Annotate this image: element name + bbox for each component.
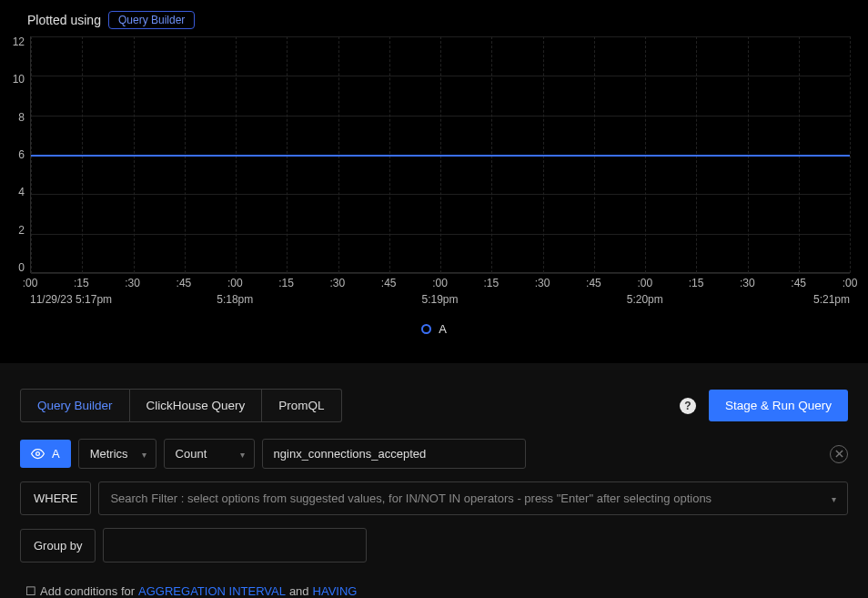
groupby-row: Group by: [20, 528, 848, 563]
where-placeholder: Search Filter : select options from sugg…: [110, 492, 712, 505]
x-tick-minor: :00: [432, 277, 448, 289]
series-line: [31, 155, 850, 157]
close-icon: [835, 450, 843, 458]
chart-plot-area: 121086420: [30, 36, 850, 273]
data-source-select[interactable]: Metrics ▾: [78, 439, 156, 469]
tab-row: Query Builder ClickHouse Query PromQL ? …: [20, 389, 848, 422]
x-tick-minor: :15: [689, 277, 704, 289]
chart-legend: A: [0, 309, 868, 345]
footnote: ☐ Add conditions for AGGREGATION INTERVA…: [20, 575, 848, 598]
x-tick-minor: :45: [177, 277, 192, 289]
tab-clickhouse-query[interactable]: ClickHouse Query: [130, 389, 263, 422]
y-axis: 121086420: [5, 36, 25, 273]
x-tick-minor: :00: [843, 277, 858, 289]
x-axis: :00:15:30:45:00:15:30:45:00:15:30:45:00:…: [30, 273, 850, 309]
having-link[interactable]: HAVING: [313, 584, 358, 598]
query-label-a: A: [52, 447, 60, 461]
chevron-down-icon: ▾: [832, 493, 836, 503]
x-tick-major: 5:18pm: [217, 293, 253, 306]
x-tick-minor: :15: [74, 277, 89, 289]
x-tick-major: 5:21pm: [813, 293, 850, 306]
x-tick-minor: :00: [23, 277, 38, 289]
y-tick: 10: [5, 74, 25, 85]
x-tick-major: 5:20pm: [627, 293, 663, 306]
query-visibility-toggle-a[interactable]: A: [20, 440, 71, 468]
y-tick: 4: [5, 187, 25, 198]
x-tick-major: 5:19pm: [421, 293, 458, 306]
where-label: WHERE: [20, 481, 91, 515]
query-mode-tag[interactable]: Query Builder: [108, 11, 195, 29]
chevron-down-icon: ▾: [142, 449, 146, 459]
x-tick-minor: :30: [740, 277, 755, 289]
y-tick: 6: [5, 149, 25, 160]
legend-label-a[interactable]: A: [439, 322, 447, 336]
legend-marker-a: [421, 324, 431, 334]
x-tick-minor: :45: [381, 277, 397, 289]
chevron-down-icon: ▾: [240, 449, 245, 459]
x-tick-minor: :45: [791, 277, 806, 289]
plot-header-text: Plotted using: [27, 13, 101, 27]
aggregation-select[interactable]: Count ▾: [164, 439, 255, 469]
tab-promql[interactable]: PromQL: [262, 389, 341, 422]
aggregation-interval-link[interactable]: AGGREGATION INTERVAL: [138, 584, 286, 598]
where-row: WHERE Search Filter : select options fro…: [20, 481, 848, 515]
where-filter-select[interactable]: Search Filter : select options from sugg…: [98, 481, 848, 515]
remove-query-button[interactable]: [830, 445, 848, 463]
y-tick: 0: [5, 262, 25, 273]
help-icon[interactable]: ?: [680, 398, 696, 414]
x-tick-minor: :30: [535, 277, 550, 289]
y-tick: 2: [5, 225, 25, 236]
tab-query-builder[interactable]: Query Builder: [20, 389, 130, 422]
query-builder-section: Query Builder ClickHouse Query PromQL ? …: [0, 370, 868, 598]
x-tick-minor: :45: [586, 277, 601, 289]
x-tick-minor: :15: [483, 277, 499, 289]
chart-section: Plotted using Query Builder 121086420 :0…: [0, 0, 868, 363]
x-tick-minor: :30: [330, 277, 346, 289]
x-tick-minor: :30: [125, 277, 140, 289]
svg-point-0: [36, 452, 40, 456]
section-gap: [0, 363, 868, 370]
groupby-input[interactable]: [103, 528, 367, 563]
y-tick: 8: [5, 112, 25, 123]
y-tick: 12: [5, 36, 25, 47]
groupby-label: Group by: [20, 529, 96, 563]
stage-run-query-button[interactable]: Stage & Run Query: [709, 390, 848, 421]
plot-header: Plotted using Query Builder: [0, 9, 868, 36]
x-tick-minor: :00: [637, 277, 652, 289]
x-tick-minor: :00: [227, 277, 243, 289]
metric-name-input[interactable]: nginx_connections_accepted: [262, 439, 526, 469]
chart-grid: [30, 36, 850, 273]
query-row-a: A Metrics ▾ Count ▾ nginx_connections_ac…: [20, 439, 848, 469]
x-tick-minor: :15: [278, 277, 294, 289]
x-tick-major: 11/29/23 5:17pm: [30, 293, 112, 306]
eye-icon: [31, 447, 45, 461]
